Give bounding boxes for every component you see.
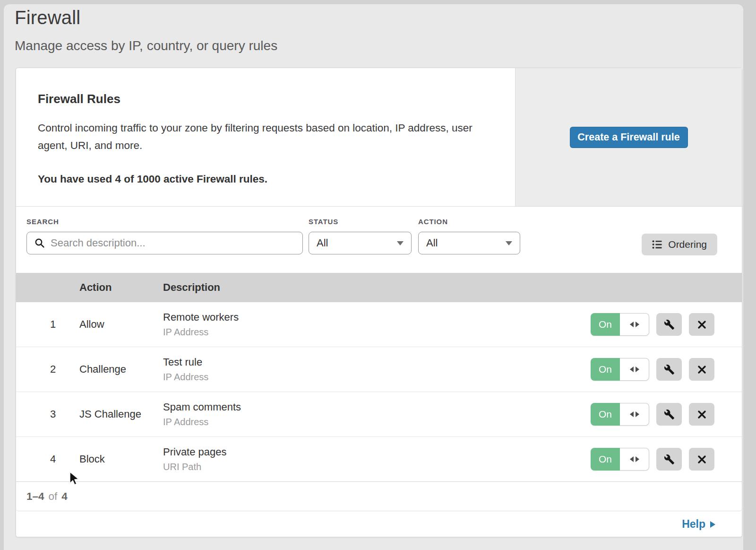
rule-action: JS Challenge — [79, 408, 163, 420]
close-icon — [697, 320, 707, 330]
toggle-arrows-icon[interactable] — [620, 313, 649, 336]
triangle-left-icon — [630, 367, 634, 372]
page-title: Firewall — [15, 7, 80, 28]
wrench-icon — [664, 364, 675, 375]
status-selected-value: All — [317, 237, 328, 249]
pagination-total: 4 — [61, 490, 68, 503]
table-header: Action Description — [16, 273, 742, 302]
rule-description-cell: Remote workers IP Address — [163, 311, 591, 338]
rule-description: Remote workers — [163, 311, 591, 323]
card-heading: Firewall Rules — [38, 92, 489, 106]
rule-match-type: IP Address — [163, 327, 591, 338]
triangle-right-icon — [636, 367, 639, 372]
rule-enabled-toggle[interactable]: On — [591, 403, 649, 426]
rule-priority: 3 — [40, 408, 56, 420]
card-header: Firewall Rules Control incoming traffic … — [16, 68, 742, 207]
status-select[interactable]: All — [309, 232, 412, 254]
rule-enabled-toggle[interactable]: On — [591, 313, 649, 336]
firewall-rules-card: Firewall Rules Control incoming traffic … — [16, 68, 742, 537]
triangle-left-icon — [630, 411, 634, 417]
action-filter-group: ACTION All — [418, 218, 520, 254]
action-select[interactable]: All — [418, 232, 520, 254]
help-link-label: Help — [682, 518, 705, 531]
action-column-header: Action — [79, 281, 163, 294]
search-input[interactable] — [50, 236, 295, 250]
action-selected-value: All — [426, 237, 438, 249]
pagination: 1–4 of 4 — [16, 482, 742, 511]
toggle-state-label[interactable]: On — [591, 448, 620, 471]
rule-row: 3 JS Challenge Spam comments IP Address … — [16, 392, 742, 437]
toggle-state-label[interactable]: On — [591, 313, 620, 336]
filter-bar: SEARCH STATUS All ACTION — [16, 207, 742, 273]
rule-controls: On — [591, 403, 742, 426]
wrench-icon — [664, 409, 675, 420]
triangle-left-icon — [630, 322, 634, 327]
ordering-list-icon — [652, 240, 662, 249]
usage-note: You have used 4 of 1000 active Firewall … — [38, 170, 487, 188]
edit-rule-button[interactable] — [656, 358, 682, 381]
rule-priority: 1 — [40, 318, 56, 331]
rule-action: Block — [79, 453, 163, 465]
card-header-text: Firewall Rules Control incoming traffic … — [16, 68, 515, 206]
delete-rule-button[interactable] — [689, 403, 714, 426]
close-icon — [697, 454, 707, 464]
close-icon — [697, 365, 707, 375]
delete-rule-button[interactable] — [689, 448, 714, 471]
search-field[interactable] — [26, 232, 303, 254]
rule-row: 2 Challenge Test rule IP Address On — [16, 347, 742, 392]
caret-down-icon — [397, 241, 404, 245]
edit-rule-button[interactable] — [656, 403, 682, 426]
edit-rule-button[interactable] — [656, 313, 682, 336]
card-description: Control incoming traffic to your zone by… — [38, 119, 487, 154]
create-firewall-rule-button[interactable]: Create a Firewall rule — [570, 127, 688, 148]
rule-match-type: IP Address — [163, 417, 591, 428]
triangle-right-icon — [636, 456, 639, 462]
rule-action: Allow — [79, 318, 163, 331]
edit-rule-button[interactable] — [656, 448, 682, 471]
rule-match-type: IP Address — [163, 372, 591, 383]
create-rule-panel: Create a Firewall rule — [515, 68, 742, 206]
status-label: STATUS — [309, 218, 412, 226]
toggle-arrows-icon[interactable] — [620, 403, 649, 426]
rules-list: 1 Allow Remote workers IP Address On — [16, 302, 742, 482]
ordering-button-label: Ordering — [668, 239, 707, 250]
rule-description: Private pages — [163, 446, 591, 458]
rule-row: 1 Allow Remote workers IP Address On — [16, 302, 742, 347]
page-subtitle: Manage access by IP, country, or query r… — [15, 38, 277, 53]
close-icon — [697, 410, 707, 419]
toggle-state-label[interactable]: On — [591, 358, 620, 381]
delete-rule-button[interactable] — [689, 358, 714, 381]
rule-description: Spam comments — [163, 401, 591, 413]
status-filter-group: STATUS All — [309, 218, 412, 254]
triangle-right-icon — [636, 322, 639, 327]
toggle-arrows-icon[interactable] — [620, 358, 649, 381]
rule-description-cell: Test rule IP Address — [163, 356, 591, 383]
rule-enabled-toggle[interactable]: On — [591, 358, 649, 381]
rule-enabled-toggle[interactable]: On — [591, 448, 649, 471]
pagination-of-label: of — [49, 490, 58, 503]
help-link[interactable]: Help — [682, 518, 715, 531]
rule-description-cell: Private pages URI Path — [163, 446, 591, 472]
triangle-right-icon — [636, 411, 639, 417]
rule-action: Challenge — [79, 363, 163, 375]
rule-controls: On — [591, 313, 742, 336]
rule-priority: 2 — [40, 363, 56, 375]
rule-priority: 4 — [40, 453, 56, 465]
search-icon — [34, 238, 45, 248]
content-window: Firewall Manage access by IP, country, o… — [4, 4, 743, 550]
action-label: ACTION — [418, 218, 520, 226]
rule-description: Test rule — [163, 356, 591, 368]
rule-controls: On — [591, 448, 742, 471]
rule-row: 4 Block Private pages URI Path On — [16, 437, 742, 482]
rule-match-type: URI Path — [163, 462, 591, 472]
caret-down-icon — [506, 241, 512, 245]
ordering-button[interactable]: Ordering — [642, 234, 717, 255]
wrench-icon — [664, 454, 675, 465]
search-filter-group: SEARCH — [26, 218, 303, 254]
search-label: SEARCH — [26, 218, 303, 226]
description-column-header: Description — [163, 281, 591, 294]
toggle-arrows-icon[interactable] — [620, 448, 649, 471]
toggle-state-label[interactable]: On — [591, 403, 620, 426]
rule-description-cell: Spam comments IP Address — [163, 401, 591, 428]
delete-rule-button[interactable] — [689, 313, 714, 336]
